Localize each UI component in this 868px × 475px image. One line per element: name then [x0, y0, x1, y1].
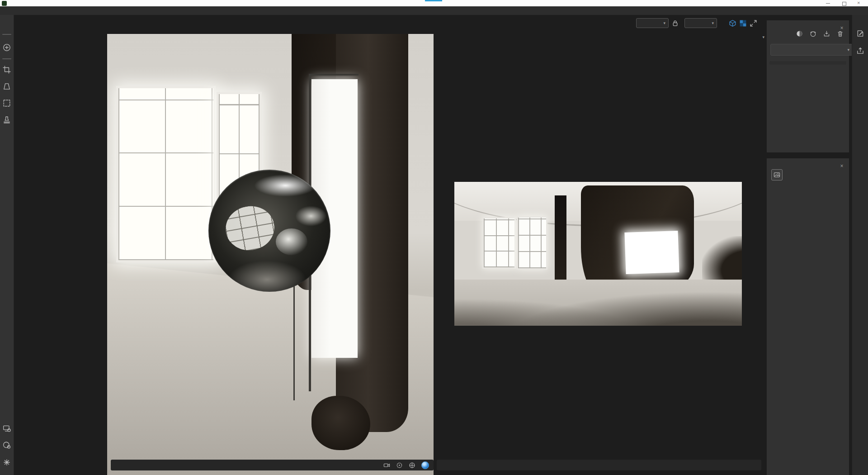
- viewport-3d-canvas[interactable]: [107, 34, 434, 475]
- pano-floor: [454, 280, 742, 326]
- canvas-frame-icon[interactable]: [3, 99, 11, 107]
- camera-icon[interactable]: [383, 462, 390, 469]
- stamp-icon[interactable]: [3, 116, 11, 124]
- add-icon[interactable]: [3, 43, 11, 52]
- properties-blocks: [767, 185, 849, 475]
- menu-bar: [0, 6, 868, 15]
- taskbar-sliver: [425, 0, 442, 1]
- close-icon[interactable]: ×: [839, 163, 844, 169]
- app-logo-icon: [2, 1, 7, 6]
- right-toolbar: [852, 15, 868, 475]
- pano-drape: [555, 195, 566, 282]
- height-dropdown[interactable]: ▾: [684, 18, 717, 28]
- close-button[interactable]: ×: [855, 1, 864, 5]
- share-icon[interactable]: [856, 29, 864, 38]
- viewport-3d-statusbar: [111, 460, 434, 470]
- viewport-2d-canvas[interactable]: [454, 182, 742, 326]
- 3d-view-icon[interactable]: [729, 19, 736, 27]
- resolution-controls: ▾ ▾: [633, 18, 757, 28]
- photo-window-left: [116, 86, 216, 262]
- image-icon: [771, 169, 783, 180]
- viewport-area: ▾ ▾ ▾: [14, 15, 852, 475]
- toolbar-divider: [2, 34, 11, 35]
- pano-bright-diffuser: [624, 231, 679, 274]
- display-settings-icon[interactable]: [3, 424, 11, 432]
- title-bar: ×: [0, 0, 868, 6]
- effects-icon[interactable]: [810, 30, 816, 37]
- dial-icon[interactable]: [396, 462, 403, 469]
- sphere-settings-icon[interactable]: [3, 441, 11, 449]
- layers-panel: × ▾: [767, 20, 849, 152]
- 2d-view-icon[interactable]: [739, 19, 747, 27]
- perspective-icon[interactable]: [3, 82, 11, 90]
- viewport-2d-statusbar: [437, 460, 761, 470]
- material-outputs-dropdown[interactable]: ▾: [674, 34, 764, 39]
- width-dropdown[interactable]: ▾: [636, 18, 669, 28]
- properties-panel: ×: [767, 158, 849, 475]
- trash-icon[interactable]: [837, 30, 844, 37]
- pano-window: [517, 216, 547, 270]
- photo-sandbag: [311, 396, 370, 450]
- app-window: × × + + × ←: [0, 0, 868, 475]
- properties-layer-name: [771, 169, 788, 180]
- toolbar-divider: [2, 58, 11, 59]
- pano-window: [482, 217, 516, 269]
- sphere-toggle-icon[interactable]: [421, 461, 429, 469]
- lock-icon[interactable]: [671, 19, 679, 27]
- export-icon[interactable]: [856, 47, 864, 55]
- restore-button[interactable]: [840, 1, 849, 5]
- plugins-icon[interactable]: [3, 458, 11, 466]
- import-icon[interactable]: [823, 30, 830, 37]
- environment-preview-sphere[interactable]: [208, 170, 330, 292]
- globe-icon[interactable]: [409, 462, 415, 469]
- photo-frame-bar: [309, 74, 359, 76]
- blend-mode-dropdown[interactable]: ▾: [770, 44, 854, 56]
- crop-icon[interactable]: [3, 66, 11, 74]
- left-toolbar: [0, 15, 14, 475]
- filter-icon[interactable]: [796, 30, 803, 37]
- expand-view-icon[interactable]: [750, 19, 757, 27]
- minimize-button[interactable]: [824, 1, 833, 5]
